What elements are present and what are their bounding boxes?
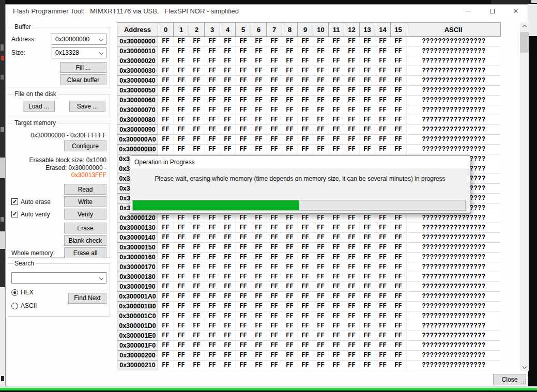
byte-cell[interactable]: FF <box>391 341 406 351</box>
byte-cell[interactable]: FF <box>375 105 391 115</box>
ascii-cell[interactable]: ???????????????? <box>406 213 501 223</box>
byte-cell[interactable]: FF <box>251 243 267 253</box>
byte-cell[interactable]: FF <box>391 76 406 86</box>
byte-cell[interactable]: FF <box>375 213 391 223</box>
byte-cell[interactable]: FF <box>251 282 267 292</box>
byte-cell[interactable]: FF <box>174 76 189 86</box>
byte-cell[interactable]: FF <box>174 86 189 96</box>
byte-cell[interactable]: FF <box>174 223 189 233</box>
byte-cell[interactable]: FF <box>205 243 220 253</box>
byte-cell[interactable]: FF <box>205 360 220 370</box>
byte-cell[interactable]: FF <box>298 135 313 145</box>
byte-cell[interactable]: FF <box>220 96 236 105</box>
byte-cell[interactable]: FF <box>236 351 251 360</box>
byte-cell[interactable]: FF <box>251 135 267 145</box>
byte-cell[interactable]: FF <box>251 86 267 96</box>
byte-cell[interactable]: FF <box>158 125 174 135</box>
byte-cell[interactable]: FF <box>391 135 406 145</box>
byte-cell[interactable]: FF <box>313 76 329 86</box>
byte-cell[interactable]: FF <box>158 105 174 115</box>
byte-cell[interactable]: FF <box>298 56 313 66</box>
byte-cell[interactable]: FF <box>298 115 313 125</box>
byte-cell[interactable]: FF <box>313 213 329 223</box>
byte-cell[interactable]: FF <box>282 302 298 311</box>
byte-cell[interactable]: FF <box>158 253 174 262</box>
write-button[interactable]: Write <box>64 196 106 207</box>
byte-cell[interactable]: FF <box>313 105 329 115</box>
byte-cell[interactable]: FF <box>329 125 344 135</box>
byte-cell[interactable]: FF <box>205 105 220 115</box>
fill-button[interactable]: Fill ... <box>60 62 106 73</box>
byte-cell[interactable]: FF <box>205 262 220 272</box>
byte-cell[interactable]: FF <box>189 135 205 145</box>
byte-cell[interactable]: FF <box>220 292 236 302</box>
byte-cell[interactable]: FF <box>189 76 205 86</box>
byte-cell[interactable]: FF <box>236 311 251 321</box>
byte-cell[interactable]: FF <box>282 125 298 135</box>
byte-cell[interactable]: FF <box>313 46 329 56</box>
byte-cell[interactable]: FF <box>251 66 267 76</box>
byte-cell[interactable]: FF <box>313 233 329 243</box>
byte-cell[interactable]: FF <box>158 282 174 292</box>
byte-cell[interactable]: FF <box>282 135 298 145</box>
byte-cell[interactable]: FF <box>174 360 189 370</box>
byte-cell[interactable]: FF <box>375 223 391 233</box>
auto-verify-checkbox[interactable]: ✓ <box>11 211 18 217</box>
byte-cell[interactable]: FF <box>251 46 267 56</box>
byte-cell[interactable]: FF <box>344 145 360 154</box>
byte-cell[interactable]: FF <box>313 311 329 321</box>
byte-cell[interactable]: FF <box>282 145 298 154</box>
byte-cell[interactable]: FF <box>360 331 375 341</box>
byte-cell[interactable]: FF <box>267 360 282 370</box>
byte-cell[interactable]: FF <box>313 56 329 66</box>
byte-cell[interactable]: FF <box>298 292 313 302</box>
byte-cell[interactable]: FF <box>329 223 344 233</box>
byte-cell[interactable]: FF <box>174 56 189 66</box>
byte-cell[interactable]: FF <box>251 311 267 321</box>
byte-cell[interactable]: FF <box>329 311 344 321</box>
byte-cell[interactable]: FF <box>174 331 189 341</box>
erase-button[interactable]: Erase <box>64 223 106 233</box>
byte-cell[interactable]: FF <box>360 243 375 253</box>
byte-cell[interactable]: FF <box>158 145 174 154</box>
byte-cell[interactable]: FF <box>298 125 313 135</box>
byte-cell[interactable]: FF <box>267 282 282 292</box>
byte-cell[interactable]: FF <box>205 125 220 135</box>
byte-cell[interactable]: FF <box>267 135 282 145</box>
byte-cell[interactable]: FF <box>267 341 282 351</box>
byte-cell[interactable]: FF <box>251 213 267 223</box>
byte-cell[interactable]: FF <box>251 272 267 282</box>
byte-cell[interactable]: FF <box>267 302 282 311</box>
byte-cell[interactable]: FF <box>174 115 189 125</box>
byte-cell[interactable]: FF <box>189 125 205 135</box>
byte-cell[interactable]: FF <box>298 341 313 351</box>
byte-cell[interactable]: FF <box>344 96 360 105</box>
byte-cell[interactable]: FF <box>360 115 375 125</box>
byte-cell[interactable]: FF <box>391 46 406 56</box>
byte-cell[interactable]: FF <box>174 321 189 331</box>
byte-cell[interactable]: FF <box>313 282 329 292</box>
byte-cell[interactable]: FF <box>236 96 251 105</box>
byte-cell[interactable]: FF <box>251 115 267 125</box>
byte-cell[interactable]: FF <box>220 46 236 56</box>
byte-cell[interactable]: FF <box>282 213 298 223</box>
byte-cell[interactable]: FF <box>220 66 236 76</box>
ascii-cell[interactable]: ???????????????? <box>406 223 501 233</box>
byte-cell[interactable]: FF <box>158 46 174 56</box>
byte-cell[interactable]: FF <box>205 115 220 125</box>
byte-cell[interactable]: FF <box>391 105 406 115</box>
byte-cell[interactable]: FF <box>220 213 236 223</box>
ascii-cell[interactable]: ???????????????? <box>406 66 501 76</box>
byte-cell[interactable]: FF <box>205 272 220 282</box>
byte-cell[interactable]: FF <box>360 135 375 145</box>
byte-cell[interactable]: FF <box>220 282 236 292</box>
byte-cell[interactable]: FF <box>267 145 282 154</box>
byte-cell[interactable]: FF <box>251 105 267 115</box>
byte-cell[interactable]: FF <box>344 86 360 96</box>
byte-cell[interactable]: FF <box>267 223 282 233</box>
byte-cell[interactable]: FF <box>344 56 360 66</box>
byte-cell[interactable]: FF <box>391 292 406 302</box>
byte-cell[interactable]: FF <box>220 331 236 341</box>
byte-cell[interactable]: FF <box>329 331 344 341</box>
byte-cell[interactable]: FF <box>329 115 344 125</box>
